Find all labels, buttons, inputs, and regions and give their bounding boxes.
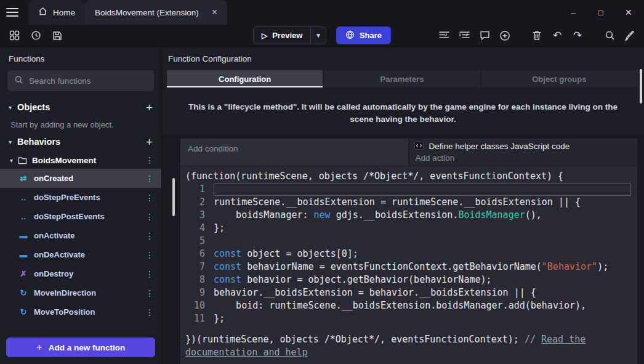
more-options-icon[interactable]: ⋮ [145, 251, 154, 259]
more-options-icon[interactable]: ⋮ [145, 232, 154, 240]
sidebar-function-oncreated[interactable]: ⇄ onCreated ⋮ [0, 169, 161, 188]
tab-extension[interactable]: BoidsMovement (Extension) × [85, 0, 227, 25]
home-icon [38, 7, 47, 18]
add-function-label: Add a new function [49, 343, 126, 352]
maximize-icon[interactable]: □ [598, 9, 603, 17]
function-label: onDestroy [34, 269, 73, 278]
chevron-down-icon[interactable]: ▾ [9, 104, 12, 111]
save-icon[interactable] [50, 29, 64, 42]
add-behavior-icon[interactable]: + [146, 136, 153, 148]
line-number: 5 [180, 235, 214, 248]
code-line-9[interactable]: 9behavior.__boidsExtension = behavior.__… [180, 286, 637, 299]
sidebar-section-behaviors[interactable]: ▾ Behaviors + [0, 132, 161, 152]
sidebar-function-ondestroy[interactable]: ✗ onDestroy ⋮ [0, 264, 161, 283]
tab-extension-label: BoidsMovement (Extension) [95, 8, 199, 17]
code-line-6[interactable]: 6const object = objects[0]; [180, 248, 637, 261]
sidebar-function-movetoposition[interactable]: ↻ MoveToPosition ⋮ [0, 302, 161, 322]
code-line-7[interactable]: 7const behaviorName = eventsFunctionCont… [180, 261, 637, 273]
code-suffix-line: })(runtimeScene, objects /*Object*/, eve… [185, 333, 637, 346]
line-number: 7 [180, 261, 214, 273]
code-suffix-line: documentation and help [185, 346, 637, 359]
share-button[interactable]: Share [336, 26, 391, 44]
toolbar: ▷ Preview ▾ Share [0, 25, 644, 47]
close-tab-icon[interactable]: × [212, 7, 217, 18]
code-line-8[interactable]: 8const behavior = object.getBehavior(beh… [180, 273, 637, 286]
add-condition-button[interactable]: Add condition [180, 139, 409, 166]
main-menu-icon[interactable] [0, 0, 25, 25]
sidebar-function-dosteppostevents[interactable]: ‥ doStepPostEvents ⋮ [0, 207, 161, 226]
sidebar-function-dosteppreevents[interactable]: ‥ doStepPreEvents ⋮ [0, 188, 161, 207]
functions-tree: ▾ Objects + Start by adding a new object… [0, 97, 161, 364]
minimize-icon[interactable]: – [571, 8, 576, 17]
code-prefix-line: (function(runtimeScene, objects /*Object… [180, 169, 637, 183]
search-functions-box[interactable] [7, 70, 154, 91]
more-options-icon[interactable]: ⋮ [145, 308, 154, 317]
add-comment-icon[interactable] [478, 29, 491, 42]
more-options-icon[interactable]: ⋮ [145, 212, 154, 221]
function-label: doStepPostEvents [34, 212, 105, 221]
chevron-down-icon[interactable]: ▾ [9, 139, 12, 145]
code-line-3[interactable]: 3 boidsManager: new gdjs.__boidsExtensio… [180, 209, 637, 222]
more-options-icon[interactable]: ⋮ [145, 156, 154, 164]
behavior-group-boidsmovement[interactable]: ▾ BoidsMovement ⋮ [0, 152, 161, 169]
preview-dropdown-icon[interactable]: ▾ [310, 27, 326, 44]
documentation-link[interactable]: documentation and help [185, 347, 308, 358]
window-controls: – □ × [571, 0, 644, 25]
code-line-2[interactable]: 2runtimeScene.__boidsExtension = runtime… [180, 196, 637, 209]
more-options-icon[interactable]: ⋮ [145, 289, 154, 297]
code-line-5[interactable]: 5 [180, 235, 637, 248]
line-content: const behaviorName = eventsFunctionConte… [214, 261, 631, 273]
code-line-11[interactable]: 11}; [180, 312, 637, 325]
line-content: boid: runtimeScene.__boidsExtension.boid… [214, 299, 631, 312]
js-code-editor[interactable]: (function(runtimeScene, objects /*Object… [180, 166, 637, 364]
delete-icon[interactable] [530, 29, 544, 42]
events-scrollbar[interactable] [172, 178, 175, 216]
add-event-icon[interactable] [437, 29, 451, 42]
search-icon [14, 75, 23, 87]
documentation-link[interactable]: Read the [541, 334, 586, 345]
add-subevent-icon[interactable] [457, 29, 471, 42]
chevron-down-icon[interactable]: ▾ [10, 157, 13, 164]
tab-configuration[interactable]: Configuration [167, 70, 323, 87]
objects-section-label: Objects [17, 102, 50, 112]
undo-icon[interactable]: ↶ [550, 29, 564, 42]
step-events-icon: ‥ [18, 193, 28, 202]
move-behavior-icon: ↻ [18, 307, 28, 317]
add-action-button[interactable]: Add action [414, 153, 631, 163]
redo-icon[interactable]: ↷ [571, 29, 584, 42]
code-line-10[interactable]: 10 boid: runtimeScene.__boidsExtension.b… [180, 299, 637, 312]
function-list: ⇄ onCreated ⋮ ‥ doStepPreEvents ⋮ ‥ doSt… [0, 169, 161, 322]
main-scrollbar[interactable] [640, 69, 642, 103]
theme-brush-icon[interactable] [623, 29, 637, 42]
js-code-event: Add condition Define helper classes Java… [180, 139, 637, 364]
code-line-1[interactable]: 1 [180, 183, 637, 196]
more-options-icon[interactable]: ⋮ [145, 193, 154, 202]
event-header: Add condition Define helper classes Java… [180, 139, 637, 166]
sidebar-section-objects[interactable]: ▾ Objects + [0, 97, 161, 117]
sidebar-function-ondeactivate[interactable]: ▬ onDeActivate ⋮ [0, 245, 161, 264]
more-options-icon[interactable]: ⋮ [145, 270, 154, 278]
toolbar-center: ▷ Preview ▾ Share [253, 26, 391, 44]
choose-event-icon[interactable] [498, 29, 512, 42]
tab-object-groups[interactable]: Object groups [481, 70, 637, 87]
close-window-icon[interactable]: × [625, 7, 632, 18]
line-number: 11 [180, 312, 214, 325]
preview-button[interactable]: ▷ Preview ▾ [253, 26, 326, 44]
js-event-title: Define helper classes JavaScript code [429, 142, 570, 151]
more-options-icon[interactable]: ⋮ [145, 174, 154, 183]
sidebar-function-moveindirection[interactable]: ↻ MoveInDirection ⋮ [0, 283, 161, 302]
history-icon[interactable] [29, 29, 42, 42]
tab-home[interactable]: Home [28, 0, 85, 25]
page-title: Function Configuration [162, 47, 644, 70]
search-functions-input[interactable] [29, 76, 147, 86]
step-events-icon: ‥ [18, 212, 28, 221]
globe-icon [345, 30, 355, 41]
add-object-icon[interactable]: + [146, 102, 153, 113]
code-line-4[interactable]: 4}; [180, 222, 637, 235]
add-function-button[interactable]: + Add a new function [6, 338, 155, 357]
search-icon[interactable] [603, 29, 616, 42]
sidebar-function-onactivate[interactable]: ▬ onActivate ⋮ [0, 226, 161, 245]
tab-parameters[interactable]: Parameters [324, 70, 480, 87]
project-manager-icon[interactable] [7, 29, 21, 42]
preview-label: Preview [272, 31, 302, 40]
